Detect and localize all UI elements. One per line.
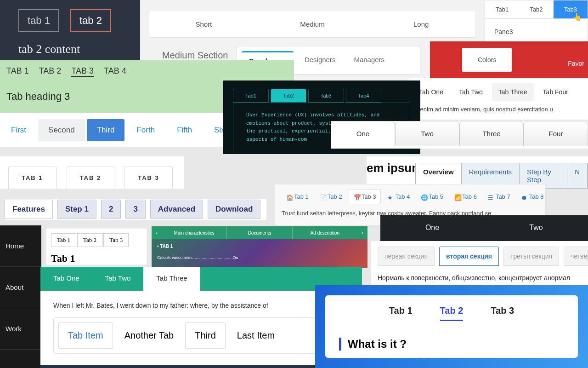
tab-three[interactable]: Tab Three [492,83,534,101]
tab-second-section[interactable]: вторая секция [439,247,499,266]
last-item[interactable]: Last Item [227,322,284,349]
tab1[interactable]: TAB 1 [6,66,29,77]
panel-tab-one-four: Tab One Tab Two Tab Three Tab Four Ut en… [409,78,588,120]
arrow-right-icon[interactable]: › [357,230,368,236]
tab1[interactable]: Tab 1 [389,305,413,321]
tab-favorites[interactable]: Favor [568,60,584,67]
third[interactable]: Third [185,322,226,349]
tab-features[interactable]: Features [5,200,53,219]
tab-one[interactable]: One [380,215,484,241]
tab6[interactable]: 📶Tab 6 [450,189,481,204]
panel-serif-tabs: Tab 1 Tab 2 Tab 3 Tab 1 [46,228,147,265]
file-icon: 📄 [320,194,325,200]
tab2[interactable]: Tab 2 [77,233,102,247]
tab2[interactable]: TAB 2 [39,66,62,77]
panel-russian-sections: первая секция вторая секция третья секци… [371,241,588,287]
panel-blue-gradient: Tab 1 Tab 2 Tab 3 What is it ? [315,285,588,368]
nav-work[interactable]: Work [0,308,41,350]
panel-boxed-tabs: TAB 1 TAB 2 TAB 3 [0,156,184,189]
tab4[interactable]: ★Tab 4 [383,189,414,204]
tab-one[interactable]: Tab One [40,267,92,291]
tab-3[interactable]: 3 [125,200,145,219]
lorem-title: em ipsum [367,161,422,175]
tab3[interactable]: Tab 3 [491,305,514,321]
tab3[interactable]: Tab3 [308,89,344,103]
tab-1[interactable]: tab 1 [18,9,59,32]
tab-fourth-section[interactable]: четвёрт [564,247,588,266]
tab-four[interactable]: Tab Four [537,83,575,101]
panel-features-steps: Features Step 1 2 3 Advanced Download [5,199,266,220]
tab-step1[interactable]: Step 1 [57,200,96,219]
tab1[interactable]: Tab 1 [51,233,76,247]
panel-folder-tabs: One Two Three Four [331,121,588,149]
heading: Tab 1 [51,253,142,264]
tab3[interactable]: Tab3 [554,0,588,18]
nav-home[interactable]: Home [0,225,41,267]
tab-third[interactable]: Third [87,119,125,141]
calendar-icon: 📅 [354,194,359,200]
tab-short[interactable]: Short [149,11,258,37]
tab5[interactable]: 🌐Tab 5 [416,189,448,204]
pane-content: Pane3 [485,19,588,45]
tab3[interactable]: TAB 3 [71,66,94,77]
tab-main[interactable]: Main characteristics [162,227,226,239]
star-icon: ★ [387,194,393,200]
tab4[interactable]: TAB 4 [104,66,126,77]
tab7[interactable]: ☰Tab 7 [483,189,515,204]
arrow-left-icon[interactable]: ‹ [152,230,162,236]
panel-colors-red: Colors Favor [430,41,588,78]
tab-download[interactable]: Download [208,200,260,219]
tab1[interactable]: TAB 1 [8,167,57,189]
normal-text: Нормаль к поверхности, общеизвестно, кон… [378,274,582,282]
panel-dark-one-two: One Two [380,215,588,241]
subtab-managers[interactable]: Managers [346,51,392,69]
tab-third-section[interactable]: третья секция [503,247,559,266]
tab-three[interactable]: Tab Three [143,267,200,291]
tab-ad[interactable]: Ad description [292,227,357,239]
panel-first-sixth: First Second Third Forth Fifth Sixth [0,113,223,147]
tab2[interactable]: Tab2 [271,89,306,103]
panel-dark-tab-boxes: tab 1 tab 2 tab 2 content [0,0,140,62]
panel-gradient-stepper: ‹ Main characteristics Documents Ad desc… [152,226,368,268]
tab1[interactable]: 🏠Tab 1 [282,189,313,204]
tab3[interactable]: Tab 3 [103,233,129,247]
tab-long[interactable]: Long [367,11,475,37]
subtab-designers[interactable]: Designers [297,51,343,69]
tab-one[interactable]: One [331,121,395,146]
tab-first-section[interactable]: первая секция [378,247,435,266]
tab-advanced[interactable]: Advanced [150,200,203,219]
tab3[interactable]: TAB 3 [124,167,173,189]
tab-second[interactable]: Second [38,119,85,141]
another-tab[interactable]: Another Tab [115,322,184,349]
tab-three[interactable]: Three [459,121,524,146]
tab-two[interactable]: Two [484,215,588,241]
tab2[interactable]: 📄Tab 2 [315,189,347,204]
tab4[interactable]: Tab4 [346,89,382,103]
tab2[interactable]: Tab2 [519,0,553,18]
home-icon: 🏠 [286,194,292,200]
tab-n[interactable]: N [567,163,588,188]
tab-first[interactable]: First [1,119,36,141]
tab2[interactable]: Tab 2 [440,305,464,321]
tab1[interactable]: Tab1 [233,89,269,103]
tab8[interactable]: ⏺Tab 8 [517,189,548,204]
tab-two[interactable]: Tab Two [452,83,489,101]
tab1[interactable]: Tab1 [485,0,519,18]
tab-medium[interactable]: Medium [258,11,367,37]
tab-two[interactable]: Two [395,121,459,146]
nav-about[interactable]: About [0,267,41,308]
tab-2[interactable]: tab 2 [70,9,111,32]
tab-item[interactable]: Tab Item [58,322,113,349]
tab-fifth[interactable]: Fifth [167,119,202,141]
tab-two[interactable]: Tab Two [92,267,144,291]
tab3[interactable]: 📅Tab 3 [349,189,381,204]
signal-icon: 📶 [454,194,460,200]
panel-blue-select-tab: Tab1 Tab2 Tab3 Pane3 👆 [485,0,588,46]
tab-2[interactable]: 2 [101,200,121,219]
tab-four[interactable]: Four [524,121,588,146]
tab-forth[interactable]: Forth [126,119,165,141]
tab2[interactable]: TAB 2 [67,167,115,189]
tab-colors[interactable]: Colors [462,48,512,72]
calc-line: Calculs vasculaires ....................… [152,253,368,262]
tab-documents[interactable]: Documents [226,227,292,239]
